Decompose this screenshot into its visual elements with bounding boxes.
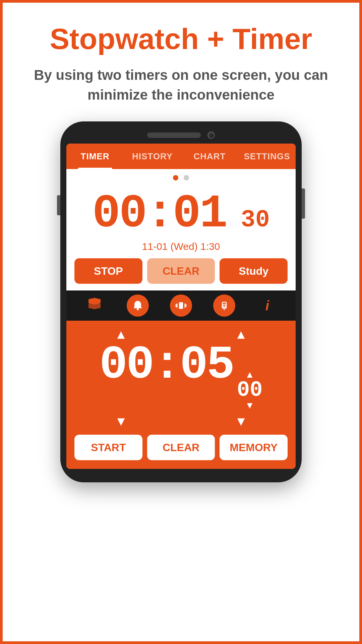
- info-icon: i: [265, 298, 269, 313]
- timer-start-button[interactable]: START: [74, 435, 142, 460]
- tab-chart[interactable]: CHART: [181, 144, 238, 169]
- speaker-grill: [147, 132, 201, 138]
- timer-seconds-up-arrow[interactable]: ▲: [235, 327, 247, 342]
- info-icon-wrap[interactable]: i: [255, 293, 280, 318]
- timer-sub-col: ▲ 00 ▼: [237, 370, 263, 410]
- phone-top-bar: [66, 131, 296, 139]
- page-dots: [66, 169, 296, 184]
- timer-clear-button[interactable]: CLEAR: [147, 435, 215, 460]
- timer-main-time: 00:05: [100, 342, 234, 389]
- bottom-toolbar: i: [66, 290, 296, 321]
- timer-seconds-down-arrow[interactable]: ▼: [235, 414, 247, 429]
- bell-icon: [127, 294, 149, 317]
- svg-point-5: [223, 304, 226, 307]
- timer-sub-down-arrow[interactable]: ▼: [245, 401, 254, 410]
- stopwatch-date: 11-01 (Wed) 1:30: [74, 241, 288, 252]
- front-camera: [207, 131, 215, 139]
- clear-button[interactable]: CLEAR: [147, 258, 215, 284]
- recycle-icon: [213, 294, 235, 317]
- timer-memory-button[interactable]: MEMORY: [220, 435, 288, 460]
- dot-1: [173, 175, 178, 180]
- stopwatch-display: 00:01 30: [74, 191, 288, 237]
- timer-sub-time: 00: [237, 379, 263, 401]
- dot-2: [184, 175, 189, 180]
- vibrate-icon-wrap[interactable]: [169, 293, 193, 318]
- phone-mockup: TIMER HISTORY CHART SETTINGS: [60, 121, 302, 482]
- stopwatch-section: 00:01 30 11-01 (Wed) 1:30 STOP CLEAR Stu…: [66, 184, 296, 290]
- tab-bar: TIMER HISTORY CHART SETTINGS: [66, 144, 296, 169]
- svg-point-2: [137, 308, 139, 310]
- svg-rect-3: [179, 302, 183, 309]
- timer-down-arrows: ▼ ▼: [74, 414, 288, 429]
- power-button: [302, 189, 305, 219]
- svg-marker-1: [88, 303, 101, 309]
- page-wrapper: Stopwatch + Timer By using two timers on…: [3, 3, 359, 641]
- tab-settings[interactable]: SETTINGS: [238, 144, 296, 169]
- recycle-icon-wrap[interactable]: [212, 293, 236, 318]
- vibrate-icon: [170, 294, 192, 317]
- app-title: Stopwatch + Timer: [50, 23, 312, 55]
- stopwatch-buttons: STOP CLEAR Study: [74, 258, 288, 284]
- stopwatch-main-time: 00:01: [92, 191, 226, 237]
- stop-button[interactable]: STOP: [74, 258, 142, 284]
- stopwatch-sub-time: 30: [226, 208, 270, 232]
- volume-button: [57, 195, 60, 215]
- app-subtitle: By using two timers on one screen, you c…: [16, 65, 346, 105]
- timer-buttons: START CLEAR MEMORY: [74, 435, 288, 460]
- tab-history[interactable]: HISTORY: [124, 144, 181, 169]
- phone-screen: TIMER HISTORY CHART SETTINGS: [66, 144, 296, 469]
- timer-display: 00:05 ▲ 00 ▼: [74, 342, 288, 413]
- bell-icon-wrap[interactable]: [126, 293, 150, 318]
- timer-section: ▲ ▲ 00:05 ▲ 00 ▼ ▼ ▼: [66, 321, 296, 469]
- logo-icon-wrap[interactable]: [82, 293, 107, 318]
- study-button[interactable]: Study: [220, 258, 288, 284]
- camera-lens: [208, 132, 215, 139]
- timer-minutes-down-arrow[interactable]: ▼: [115, 414, 127, 429]
- app-logo-icon: [87, 297, 102, 315]
- tab-timer[interactable]: TIMER: [66, 144, 124, 169]
